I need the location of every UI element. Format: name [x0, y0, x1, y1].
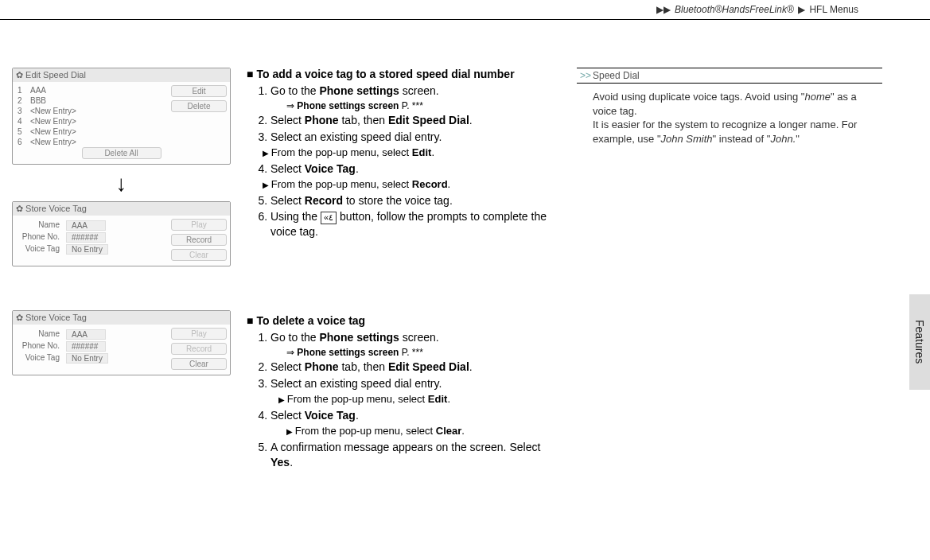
steps-del-cont: Select Phone tab, then Edit Speed Dial. …: [247, 360, 561, 391]
substep: From the pop-up menu, select Record.: [247, 178, 561, 190]
breadcrumb: ▶▶ Bluetooth®HandsFreeLink® ▶ HFL Menus: [655, 4, 858, 15]
ss-record-button: Record: [171, 234, 227, 246]
substep: From the pop-up menu, select Clear.: [247, 425, 561, 437]
down-arrow-icon: ↓: [12, 173, 231, 195]
step: Select Voice Tag.: [270, 408, 561, 423]
steps-del-cont2: Select Voice Tag.: [247, 408, 561, 423]
ss-edit-button: Edit: [171, 85, 227, 97]
breadcrumb-section: HFL Menus: [809, 4, 858, 15]
ss-delete-button: Delete: [171, 100, 227, 112]
substep: From the pop-up menu, select Edit.: [247, 393, 561, 405]
steps-del-cont3: A confirmation message appears on the sc…: [247, 440, 561, 470]
steps-del: Go to the Phone settings screen.: [247, 330, 561, 345]
steps-add-cont2: Select Voice Tag.: [247, 161, 561, 177]
screenshot-store-voice-tag-2: Store Voice Tag NameAAA Phone No.###### …: [12, 310, 231, 375]
talk-icon: «٤: [321, 212, 337, 224]
step: Go to the Phone settings screen.: [270, 330, 561, 345]
section-heading-add: ■To add a voice tag to a stored speed di…: [247, 68, 561, 80]
ss-play-button: Play: [171, 219, 227, 231]
side-tab-features: Features: [909, 294, 930, 390]
steps-add: Go to the Phone settings screen.: [247, 84, 561, 99]
step: Using the «٤ button, follow the prompts …: [270, 209, 561, 239]
step: Select Voice Tag.: [270, 161, 561, 177]
step: Select Phone tab, then Edit Speed Dial.: [270, 360, 561, 375]
ss-record-button: Record: [171, 343, 227, 355]
crossref: Phone settings screen P. ***: [247, 347, 561, 358]
section-heading-delete: ■To delete a voice tag: [247, 314, 561, 327]
breadcrumb-product: Bluetooth®HandsFreeLink®: [675, 4, 794, 15]
steps-add-cont: Select Phone tab, then Edit Speed Dial. …: [247, 113, 561, 145]
screenshot-title: Store Voice Tag: [13, 311, 230, 325]
ss-delete-all-button: Delete All: [82, 147, 161, 159]
ss-clear-button: Clear: [171, 249, 227, 261]
steps-add-cont3: Select Record to store the voice tag. Us…: [247, 193, 561, 240]
crossref: Phone settings screen P. ***: [247, 100, 561, 111]
step: Select Record to store the voice tag.: [270, 193, 561, 208]
step: Select an existing speed dial entry.: [270, 130, 561, 145]
header-divider: [0, 19, 930, 20]
step: Select an existing speed dial entry.: [270, 376, 561, 391]
screenshot-title: Store Voice Tag: [13, 202, 230, 216]
step: Select Phone tab, then Edit Speed Dial.: [270, 113, 561, 128]
breadcrumb-sep: ▶: [798, 4, 805, 15]
step: Go to the Phone settings screen.: [270, 84, 561, 99]
tips-body: Avoid using duplicate voice tags. Avoid …: [577, 84, 882, 152]
side-tab-label: Features: [913, 320, 926, 364]
ss-clear-button: Clear: [171, 358, 227, 370]
screenshot-edit-speed-dial: Edit Speed Dial 1AAA 2BBB 3<New Entry> 4…: [12, 68, 231, 165]
screenshot-store-voice-tag-1: Store Voice Tag NameAAA Phone No.###### …: [12, 201, 231, 266]
tips-heading: >>Speed Dial: [577, 68, 882, 84]
substep: From the pop-up menu, select Edit.: [247, 146, 561, 158]
breadcrumb-arrow: ▶▶: [656, 4, 671, 15]
ss-play-button: Play: [171, 328, 227, 340]
step: A confirmation message appears on the sc…: [270, 440, 561, 470]
screenshot-title: Edit Speed Dial: [13, 68, 230, 82]
